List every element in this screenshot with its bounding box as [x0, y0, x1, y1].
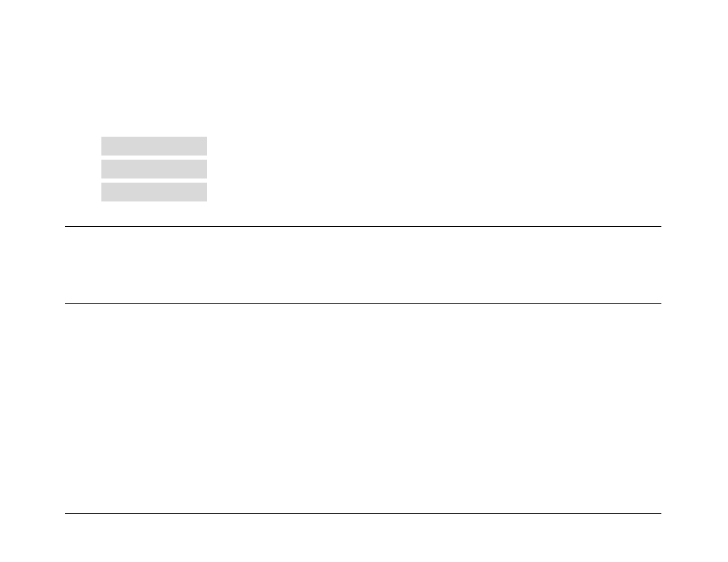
placeholder-bar [101, 137, 207, 156]
placeholder-bar [101, 160, 207, 178]
divider [65, 303, 661, 304]
placeholder-bar [101, 183, 207, 201]
content-container [65, 0, 661, 562]
divider [65, 513, 661, 514]
placeholder-group [101, 137, 207, 201]
divider [65, 226, 661, 227]
